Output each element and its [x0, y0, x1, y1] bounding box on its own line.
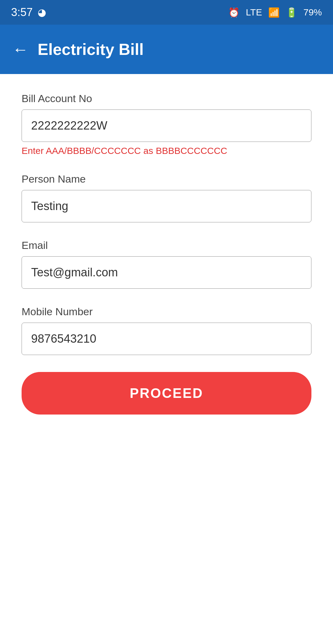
person-name-input[interactable]	[22, 190, 311, 222]
network-icon: ◕	[38, 6, 46, 18]
status-bar-right: ⏰ LTE 📶 🔋 79%	[228, 7, 322, 18]
proceed-button[interactable]: PROCEED	[22, 372, 311, 415]
bill-account-input[interactable]	[22, 109, 311, 142]
bill-account-error: Enter AAA/BBBB/CCCCCCC as BBBBCCCCCCC	[22, 146, 311, 156]
status-time: 3:57	[11, 6, 33, 19]
email-input[interactable]	[22, 256, 311, 289]
bill-account-group: Bill Account No Enter AAA/BBBB/CCCCCCC a…	[22, 93, 311, 156]
mobile-number-label: Mobile Number	[22, 306, 311, 318]
battery-icon: 🔋	[286, 7, 297, 18]
status-bar: 3:57 ◕ ⏰ LTE 📶 🔋 79%	[0, 0, 333, 25]
status-bar-left: 3:57 ◕	[11, 6, 46, 19]
page-title: Electricity Bill	[38, 40, 144, 59]
person-name-label: Person Name	[22, 173, 311, 185]
alarm-icon: ⏰	[228, 7, 240, 18]
mobile-number-group: Mobile Number	[22, 306, 311, 355]
signal-icon: 📶	[268, 7, 280, 18]
back-button[interactable]: ←	[12, 40, 28, 59]
battery-percent: 79%	[303, 7, 322, 18]
main-content: Bill Account No Enter AAA/BBBB/CCCCCCC a…	[0, 74, 333, 433]
mobile-number-input[interactable]	[22, 323, 311, 355]
lte-label: LTE	[246, 7, 262, 18]
bill-account-label: Bill Account No	[22, 93, 311, 105]
person-name-group: Person Name	[22, 173, 311, 222]
email-group: Email	[22, 239, 311, 289]
email-label: Email	[22, 239, 311, 251]
app-header: ← Electricity Bill	[0, 25, 333, 74]
